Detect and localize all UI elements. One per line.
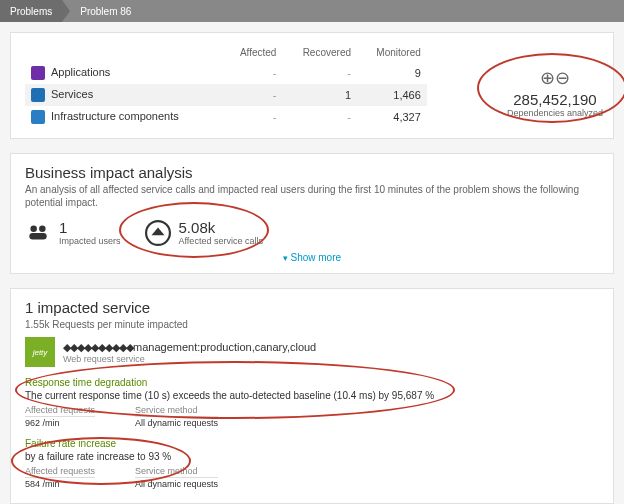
dependencies-label: Dependencies analyzed <box>507 108 603 118</box>
impacted-users-label: Impacted users <box>59 236 121 246</box>
affected-requests-value: 962 /min <box>25 418 95 428</box>
calls-icon <box>145 220 171 246</box>
service-method-value: All dynamic requests <box>135 418 218 428</box>
service-method-label: Service method <box>135 466 218 478</box>
service-method-value: All dynamic requests <box>135 479 218 489</box>
affected-calls-value: 5.08k <box>179 219 263 236</box>
service-method-label: Service method <box>135 405 218 417</box>
cell-recovered: - <box>282 62 357 84</box>
impact-title: Business impact analysis <box>25 164 599 181</box>
cell-affected: - <box>222 84 282 106</box>
impacted-users: 1 Impacted users <box>25 219 121 246</box>
infra-icon <box>31 110 45 124</box>
dependencies-analyzed: ⊕⊖ 285,452,190 Dependencies analyzed <box>507 67 603 118</box>
event-description: by a failure rate increase to 93 % <box>25 451 599 462</box>
col-recovered: Recovered <box>282 43 357 62</box>
event-title: Failure rate increase <box>25 438 599 449</box>
event-block[interactable]: Response time degradation The current re… <box>25 377 599 428</box>
applications-icon <box>31 66 45 80</box>
row-label: Services <box>51 88 93 100</box>
breadcrumb-current: Problem 86 <box>70 0 141 22</box>
svg-point-1 <box>39 225 46 232</box>
svg-point-0 <box>30 225 37 232</box>
event-block[interactable]: Failure rate increase by a failure rate … <box>25 438 599 489</box>
services-icon <box>31 88 45 102</box>
show-more-link[interactable]: Show more <box>25 252 599 263</box>
affected-requests-value: 584 /min <box>25 479 95 489</box>
svg-rect-2 <box>29 233 46 240</box>
event-description: The current response time (10 s) exceeds… <box>25 390 599 401</box>
service-name: ◆◆◆◆◆◆◆◆◆◆management:production,canary,c… <box>63 341 316 354</box>
col-monitored: Monitored <box>357 43 427 62</box>
service-header[interactable]: jetty ◆◆◆◆◆◆◆◆◆◆management:production,ca… <box>25 337 599 367</box>
cell-affected: - <box>222 62 282 84</box>
breadcrumb-root[interactable]: Problems <box>0 0 62 22</box>
services-title: 1 impacted service <box>25 299 599 316</box>
cell-recovered: 1 <box>282 84 357 106</box>
row-label: Infrastructure components <box>51 110 179 122</box>
business-impact-card: Business impact analysis An analysis of … <box>10 153 614 274</box>
cell-monitored: 4,327 <box>357 106 427 128</box>
row-label: Applications <box>51 66 110 78</box>
cell-monitored: 1,466 <box>357 84 427 106</box>
table-row[interactable]: Infrastructure components - - 4,327 <box>25 106 427 128</box>
service-logo-icon: jetty <box>25 337 55 367</box>
impacted-users-value: 1 <box>59 219 121 236</box>
users-icon <box>25 220 51 246</box>
affected-calls: 5.08k Affected service calls <box>145 219 263 246</box>
service-type: Web request service <box>63 354 316 364</box>
affected-requests-label: Affected requests <box>25 405 95 417</box>
affected-requests-label: Affected requests <box>25 466 95 478</box>
dependencies-icon: ⊕⊖ <box>507 67 603 89</box>
event-title: Response time degradation <box>25 377 599 388</box>
impacted-services-card: 1 impacted service 1.55k Requests per mi… <box>10 288 614 504</box>
affected-calls-label: Affected service calls <box>179 236 263 246</box>
table-row[interactable]: Services - 1 1,466 <box>25 84 427 106</box>
cell-affected: - <box>222 106 282 128</box>
breadcrumb: Problems Problem 86 <box>0 0 624 22</box>
summary-card: Affected Recovered Monitored Application… <box>10 32 614 139</box>
cell-recovered: - <box>282 106 357 128</box>
cell-monitored: 9 <box>357 62 427 84</box>
col-affected: Affected <box>222 43 282 62</box>
dependencies-value: 285,452,190 <box>507 91 603 108</box>
summary-table: Affected Recovered Monitored Application… <box>25 43 427 128</box>
table-row[interactable]: Applications - - 9 <box>25 62 427 84</box>
impact-subtitle: An analysis of all affected service call… <box>25 183 599 209</box>
chevron-right-icon <box>62 0 70 22</box>
services-subtitle: 1.55k Requests per minute impacted <box>25 318 599 331</box>
